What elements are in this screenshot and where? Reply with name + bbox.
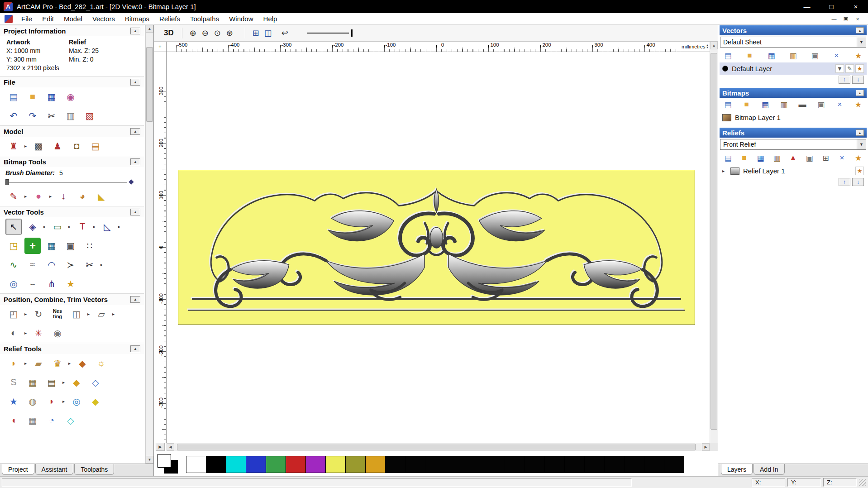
sculpting-icon[interactable]: ♛ <box>49 355 66 372</box>
create-text-icon[interactable]: T <box>74 219 91 235</box>
rename-layer-icon[interactable]: ✎ <box>845 64 854 73</box>
colour-swatch-black[interactable] <box>664 456 684 473</box>
menu-reliefs[interactable]: Reliefs <box>154 14 185 24</box>
primary-colour-swatch[interactable] <box>157 454 171 468</box>
menu-window[interactable]: Window <box>224 14 258 24</box>
open-vector-layer-icon[interactable]: ■ <box>744 50 755 62</box>
relief-selector[interactable]: Front Relief ▼ <box>720 139 866 150</box>
move-layer-down-button[interactable]: ↓ <box>852 76 864 84</box>
combo-arrow-icon[interactable]: ▼ <box>857 139 866 149</box>
brush-diameter-slider[interactable] <box>5 178 138 185</box>
colour-swatch-black[interactable] <box>505 456 525 473</box>
new-model-icon[interactable]: ▤ <box>5 89 22 105</box>
create-curve-icon[interactable]: ∿ <box>5 257 22 273</box>
scrollbar-thumb[interactable] <box>711 53 717 430</box>
tab-layers[interactable]: Layers <box>721 464 753 475</box>
scroll-left-button[interactable]: ◀ <box>167 443 174 451</box>
select-vectors-icon[interactable]: ↖ <box>5 219 22 235</box>
layer-options-icon[interactable]: ★ <box>855 64 864 73</box>
mdi-close-button[interactable]: × <box>853 14 863 23</box>
swept-profile-icon[interactable]: ◗ <box>43 393 60 410</box>
texture-relief-icon[interactable]: ◎ <box>68 393 85 410</box>
collapse-button[interactable]: ▲ <box>130 296 140 303</box>
offset-vectors-icon[interactable]: ◳ <box>5 238 22 254</box>
paste-relief-icon[interactable]: ▣ <box>804 153 815 164</box>
colour-palette-icon[interactable]: ◕ <box>74 188 91 205</box>
maximize-button[interactable]: □ <box>819 0 844 13</box>
layer-colour-icon[interactable] <box>722 66 728 72</box>
collapse-button[interactable]: ▲ <box>130 79 140 86</box>
vertical-scrollbar[interactable]: ▲ ▼ <box>710 42 718 451</box>
layer-wizard-icon[interactable]: ★ <box>853 50 864 62</box>
new-vector-layer-icon[interactable]: ▤ <box>722 50 734 62</box>
menu-file[interactable]: File <box>16 14 37 24</box>
envelope-distortion-icon[interactable]: ◇ <box>87 374 104 391</box>
weave-wizard-icon[interactable]: ▦ <box>24 374 41 391</box>
flyout-arrow-icon[interactable]: ▸ <box>99 257 105 273</box>
tab-add-in[interactable]: Add In <box>754 464 784 475</box>
flyout-arrow-icon[interactable]: ▸ <box>67 355 72 372</box>
flyout-arrow-icon[interactable]: ▸ <box>86 306 91 322</box>
merge-bitmap-icon[interactable]: ▬ <box>797 99 808 110</box>
flyout-arrow-icon[interactable]: ▸ <box>23 325 29 341</box>
trim-vectors-icon[interactable]: ✂ <box>81 257 98 273</box>
example-image-icon[interactable]: ◘ <box>68 138 85 154</box>
import-bitmap-icon[interactable]: ▥ <box>778 99 789 110</box>
measure-tool-icon[interactable]: ◺ <box>99 219 115 235</box>
slider-track[interactable] <box>5 182 127 183</box>
menu-help[interactable]: Help <box>258 14 282 24</box>
nesting-icon[interactable]: Nes ting <box>49 306 66 322</box>
colour-swatch-black[interactable] <box>525 456 545 473</box>
undo-icon[interactable]: ↶ <box>5 108 22 124</box>
import-vectors-icon[interactable]: ▥ <box>787 50 799 62</box>
relief-from-image-icon[interactable]: ▤ <box>43 374 60 391</box>
create-polyline-icon[interactable]: + <box>24 238 41 254</box>
block-copy-icon[interactable]: ◰ <box>5 306 22 322</box>
colour-swatch-cyan[interactable] <box>226 456 246 473</box>
model-notes-icon[interactable]: ▤ <box>87 138 104 154</box>
save-bitmap-layer-icon[interactable]: ▦ <box>759 99 771 110</box>
collapse-button[interactable]: ▲ <box>130 158 140 165</box>
import-relief-icon[interactable]: ▥ <box>771 153 782 164</box>
unit-spinner[interactable]: ▴ ▾ <box>706 44 708 49</box>
new-relief-layer-icon[interactable]: ▤ <box>722 153 734 164</box>
flyout-arrow-icon[interactable]: ▸ <box>48 188 53 205</box>
move-layer-up-button[interactable]: ↑ <box>839 178 850 186</box>
create-circle-icon[interactable]: ◎ <box>5 276 22 292</box>
paint-blob-icon[interactable]: ● <box>30 188 47 205</box>
paste-in-region-icon[interactable]: ▣ <box>62 238 79 254</box>
copy-icon[interactable]: ▥ <box>62 108 79 124</box>
scrollbar-thumb[interactable] <box>146 47 153 122</box>
colour-swatch-green[interactable] <box>266 456 286 473</box>
mdi-minimize-button[interactable]: — <box>829 14 839 23</box>
sheet-selector[interactable]: Default Sheet ▼ <box>720 37 866 48</box>
save-relief-layer-icon[interactable]: ▦ <box>755 153 766 164</box>
flood-fill-icon[interactable]: ◣ <box>93 188 110 205</box>
weld-vectors-icon[interactable]: ✳ <box>30 325 47 341</box>
colour-swatch-gold[interactable] <box>365 456 386 473</box>
menu-model[interactable]: Model <box>59 14 87 24</box>
copy-vectors-icon[interactable]: ▱ <box>93 306 110 322</box>
scroll-up-button[interactable]: ▲ <box>146 25 153 33</box>
paste-icon[interactable]: ▧ <box>81 108 98 124</box>
fillet-tool-icon[interactable]: ⌣ <box>24 276 41 292</box>
scrollbar-thumb[interactable] <box>177 444 696 450</box>
arc-fit-icon[interactable]: ◠ <box>43 257 60 273</box>
scrollbar-track[interactable] <box>174 443 702 451</box>
block-array-icon[interactable]: ∷ <box>81 238 98 254</box>
import-image-icon[interactable]: ◉ <box>62 89 79 105</box>
collapse-button[interactable]: ▲ <box>856 27 864 33</box>
flyout-arrow-icon[interactable]: ▸ <box>23 188 29 205</box>
combo-arrow-icon[interactable]: ▼ <box>857 37 866 47</box>
fan-relief-icon[interactable]: ☼ <box>93 355 110 372</box>
bitmap-layer-row[interactable]: Bitmap Layer 1 <box>720 111 867 124</box>
relief-preview-icon[interactable]: ♜ <box>5 138 22 154</box>
interactive-distortion-icon[interactable]: ▦ <box>24 412 41 429</box>
smooth-relief-icon[interactable]: ▰ <box>30 355 47 372</box>
redo-icon[interactable]: ↷ <box>24 108 41 124</box>
spinner-down-icon[interactable]: ▾ <box>706 47 708 49</box>
horizontal-scrollbar[interactable]: ◀ ▶ <box>167 443 710 451</box>
minimize-button[interactable]: — <box>795 0 819 13</box>
smooth-polyline-icon[interactable]: ≈ <box>24 257 41 273</box>
flyout-arrow-icon[interactable]: ▸ <box>23 138 29 154</box>
